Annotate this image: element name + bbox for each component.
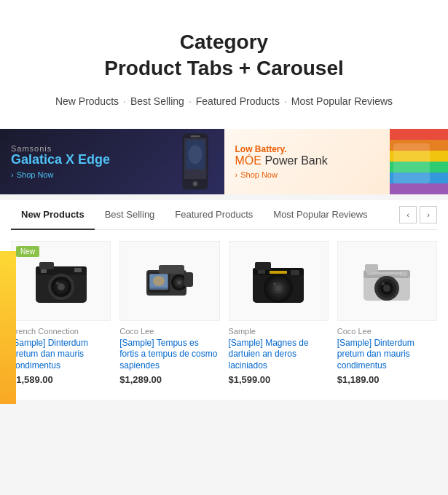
svg-point-53: [382, 282, 385, 285]
nav-best-selling[interactable]: Best Selling: [130, 95, 184, 107]
product-title-4[interactable]: [Sample] Dinterdum pretum dan mauris con…: [337, 338, 437, 372]
nav-new-products[interactable]: New Products: [55, 95, 119, 107]
product-price-1: $1,589.00: [11, 374, 111, 385]
banner-left: Samsonis Galatica X Edge ›Shop Now: [0, 129, 224, 194]
product-section: New Products Best Selling Featured Produ…: [0, 200, 448, 400]
svg-rect-44: [258, 270, 265, 274]
banner-section: Samsonis Galatica X Edge ›Shop Now: [0, 129, 448, 194]
camera-icon-3: [249, 252, 307, 310]
camera-icon-1: [32, 252, 90, 310]
svg-point-5: [188, 145, 202, 164]
product-image-1: New: [11, 241, 111, 321]
product-price-2: $1,289.00: [119, 374, 219, 385]
banner-left-shop-now[interactable]: ›Shop Now: [11, 170, 110, 179]
product-image-3: [229, 241, 329, 321]
banner-right-shop-now[interactable]: ›Shop Now: [235, 170, 328, 179]
tab-best-selling[interactable]: Best Selling: [95, 200, 165, 230]
page-title: Category Product Tabs + Carousel: [15, 29, 433, 82]
svg-rect-32: [159, 265, 184, 274]
svg-rect-22: [41, 269, 47, 273]
product-title-1[interactable]: [Sample] Dinterdum pretum dan mauris con…: [11, 338, 111, 372]
svg-rect-43: [291, 270, 299, 275]
svg-point-52: [383, 285, 390, 292]
colorful-bars: [390, 129, 448, 194]
product-title-3[interactable]: [Sample] Magnes de dartuien an deros lac…: [229, 338, 329, 372]
svg-rect-56: [372, 272, 401, 274]
svg-point-27: [153, 276, 165, 286]
product-tabs-nav: New Products Best Selling Featured Produ…: [11, 200, 437, 230]
banner-right: Low Battery. MÓE Power Bank ›Shop Now: [224, 129, 449, 194]
svg-point-20: [56, 282, 59, 285]
svg-rect-11: [390, 183, 448, 194]
separator-3: ·: [284, 95, 287, 107]
svg-rect-12: [393, 143, 430, 183]
svg-rect-21: [74, 268, 82, 272]
svg-point-42: [273, 282, 276, 285]
product-brand-3: Sample: [229, 327, 329, 336]
product-image-4: [337, 241, 437, 321]
banner-right-text: Low Battery. MÓE Power Bank ›Shop Now: [235, 144, 328, 179]
svg-point-19: [58, 283, 65, 290]
product-brand-4: Coco Lee: [337, 327, 437, 336]
low-battery-label: Low Battery.: [235, 144, 328, 154]
product-brand-1: French Connection: [11, 327, 111, 336]
header-section: Category Product Tabs + Carousel New Pro…: [0, 0, 448, 129]
phone-icon: [173, 132, 217, 191]
camera-icon-4: [358, 252, 416, 310]
product-card-4: Coco Lee [Sample] Dinterdum pretum dan m…: [337, 241, 437, 385]
svg-point-31: [178, 281, 181, 284]
camera-icon-2: [141, 252, 199, 310]
product-price-3: $1,599.00: [229, 374, 329, 385]
tab-new-products[interactable]: New Products: [11, 200, 95, 230]
product-card-3: Sample [Sample] Magnes de dartuien an de…: [229, 241, 329, 385]
svg-rect-55: [367, 272, 373, 275]
carousel-prev-button[interactable]: ‹: [399, 206, 417, 223]
side-strip: [0, 251, 16, 404]
products-grid: New French Connection [: [11, 241, 437, 385]
carousel-controls: ‹ ›: [399, 206, 437, 223]
tab-featured-products[interactable]: Featured Products: [165, 200, 263, 230]
svg-rect-48: [365, 264, 378, 272]
svg-rect-3: [190, 135, 200, 137]
separator-2: ·: [189, 95, 192, 107]
banner-left-text: Samsonis Galatica X Edge ›Shop Now: [11, 144, 110, 179]
svg-rect-45: [270, 271, 287, 274]
product-image-2: [119, 241, 219, 321]
svg-rect-33: [184, 272, 193, 287]
product-price-4: $1,189.00: [337, 374, 437, 385]
svg-rect-15: [39, 262, 54, 269]
separator-1: ·: [123, 95, 126, 107]
svg-rect-6: [390, 129, 448, 140]
svg-point-2: [192, 181, 197, 186]
product-brand-2: Coco Lee: [119, 327, 219, 336]
nav-most-popular[interactable]: Most Popular Reviews: [291, 95, 393, 107]
header-nav: New Products · Best Selling · Featured P…: [15, 95, 433, 107]
svg-rect-36: [255, 262, 271, 270]
tab-most-popular-reviews[interactable]: Most Popular Reviews: [263, 200, 377, 230]
banner-product-name: Galatica X Edge: [11, 153, 110, 167]
product-title-2[interactable]: [Sample] Tempus es fortis a tempus de co…: [119, 338, 219, 372]
product-card-1: New French Connection [: [11, 241, 111, 385]
product-card-2: Coco Lee [Sample] Tempus es fortis a tem…: [119, 241, 219, 385]
carousel-next-button[interactable]: ›: [420, 206, 437, 223]
product-badge-1: New: [16, 246, 39, 257]
nav-featured-products[interactable]: Featured Products: [196, 95, 280, 107]
power-bank-name: MÓE Power Bank: [235, 154, 328, 167]
svg-point-41: [275, 285, 281, 291]
